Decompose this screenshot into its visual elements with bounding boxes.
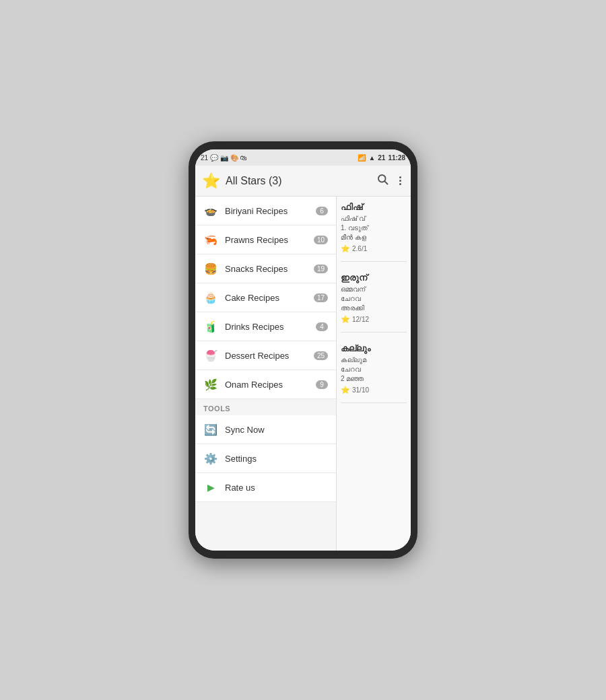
play-icon: ▶ bbox=[203, 480, 218, 495]
bag-icon: 🛍 bbox=[240, 154, 247, 162]
settings-label: Settings bbox=[225, 454, 328, 464]
irun-title: ഇരുന് bbox=[341, 273, 407, 283]
right-panel: ഫിഷ് ഫിഷ് വ് 1. വടുത് മീൻ കള ⭐ 2.6/1 ഇരു… bbox=[337, 197, 411, 551]
wifi-icon: 📶 bbox=[358, 154, 366, 162]
irun-sub1: ഒമ്മവന് bbox=[341, 285, 407, 294]
irun-sub2: ചേറവ bbox=[341, 294, 407, 304]
prawns-icon: 🦐 bbox=[203, 232, 218, 247]
tools-section-header: TOOLS bbox=[195, 399, 336, 415]
drinks-label: Drinks Recipes bbox=[225, 322, 309, 332]
status-right-icons: 📶 ▲ 21 11:28 bbox=[358, 154, 405, 162]
app-bar: ⭐ All Stars (3) bbox=[195, 166, 411, 197]
menu-item-onam[interactable]: 🌿 Onam Recipes 9 bbox=[195, 370, 336, 399]
rate-label: Rate us bbox=[225, 483, 328, 493]
menu-panel: 🍲 Biriyani Recipes 6 🦐 Prawns Recipes 10… bbox=[195, 197, 337, 551]
prawns-badge: 10 bbox=[314, 236, 328, 244]
snacks-label: Snacks Recipes bbox=[225, 264, 307, 274]
phone-screen: 21 💬 📷 🎨 🛍 📶 ▲ 21 11:28 ⭐ All Stars (3) bbox=[195, 149, 411, 551]
irun-sub3: അരക്കി bbox=[341, 304, 407, 313]
biriyani-label: Biriyani Recipes bbox=[225, 206, 309, 216]
onam-badge: 9 bbox=[316, 380, 328, 389]
menu-item-dessert[interactable]: 🍧 Dessert Recipes 25 bbox=[195, 341, 336, 370]
all-stars-icon: ⭐ bbox=[202, 172, 220, 190]
status-bar: 21 💬 📷 🎨 🛍 📶 ▲ 21 11:28 bbox=[195, 149, 411, 166]
cake-icon: 🧁 bbox=[203, 290, 218, 305]
fish-star-icon: ⭐ bbox=[341, 244, 350, 253]
signal-icon: ▲ bbox=[368, 154, 375, 162]
kallu-title: കല്ലും bbox=[341, 343, 407, 354]
drinks-icon: 🧃 bbox=[203, 319, 218, 334]
phone-device: 21 💬 📷 🎨 🛍 📶 ▲ 21 11:28 ⭐ All Stars (3) bbox=[189, 141, 417, 559]
kallu-rating-text: 31/10 bbox=[352, 386, 369, 394]
menu-item-rate[interactable]: ▶ Rate us bbox=[195, 473, 336, 502]
sync-icon: 🔄 bbox=[203, 422, 218, 437]
biriyani-badge: 6 bbox=[316, 207, 328, 215]
kallu-rating: ⭐ 31/10 bbox=[341, 386, 407, 394]
kallu-sub2: ചേറവ bbox=[341, 365, 407, 374]
kallu-star-icon: ⭐ bbox=[341, 386, 350, 394]
fish-rating-text: 2.6/1 bbox=[352, 245, 367, 252]
onam-label: Onam Recipes bbox=[225, 380, 309, 390]
irun-rating: ⭐ 12/12 bbox=[341, 315, 407, 324]
biriyani-icon: 🍲 bbox=[203, 203, 218, 218]
recipe-preview-fish[interactable]: ഫിഷ് ഫിഷ് വ് 1. വടുത് മീൻ കള ⭐ 2.6/1 bbox=[341, 202, 407, 262]
notification-icon: 21 bbox=[201, 154, 208, 162]
dessert-badge: 25 bbox=[314, 351, 328, 360]
app-bar-title: All Stars (3) bbox=[226, 175, 368, 187]
fish-sub2: 1. വടുത് bbox=[341, 223, 407, 233]
menu-item-cake[interactable]: 🧁 Cake Recipes 17 bbox=[195, 283, 336, 312]
irun-rating-text: 12/12 bbox=[352, 316, 369, 323]
fish-sub3: മീൻ കള bbox=[341, 233, 407, 242]
svg-line-1 bbox=[384, 181, 387, 184]
kallu-sub1: കല്ലുമ bbox=[341, 355, 407, 365]
recipe-preview-irun[interactable]: ഇരുന് ഒമ്മവന് ചേറവ അരക്കി ⭐ 12/12 bbox=[341, 273, 407, 332]
settings-icon: ⚙️ bbox=[203, 451, 218, 466]
onam-icon: 🌿 bbox=[203, 377, 218, 392]
drinks-badge: 4 bbox=[316, 322, 328, 331]
menu-item-prawns[interactable]: 🦐 Prawns Recipes 10 bbox=[195, 225, 336, 254]
cake-label: Cake Recipes bbox=[225, 293, 307, 303]
kallu-sub3: 2 മഞ്ഞ bbox=[341, 374, 407, 384]
time-display: 11:28 bbox=[388, 154, 405, 162]
status-left-icons: 21 💬 📷 🎨 🛍 bbox=[201, 154, 247, 162]
cake-badge: 17 bbox=[314, 293, 328, 302]
menu-item-snacks[interactable]: 🍔 Snacks Recipes 19 bbox=[195, 254, 336, 283]
battery-icon: 21 bbox=[378, 154, 385, 162]
whatsapp-icon: 💬 bbox=[210, 154, 218, 162]
content-area: 🍲 Biriyani Recipes 6 🦐 Prawns Recipes 10… bbox=[195, 197, 411, 551]
snacks-icon: 🍔 bbox=[203, 261, 218, 276]
menu-item-settings[interactable]: ⚙️ Settings bbox=[195, 444, 336, 473]
more-options-button[interactable] bbox=[397, 174, 404, 188]
dessert-icon: 🍧 bbox=[203, 348, 218, 363]
irun-star-icon: ⭐ bbox=[341, 315, 350, 324]
menu-item-drinks[interactable]: 🧃 Drinks Recipes 4 bbox=[195, 312, 336, 341]
menu-item-biriyani[interactable]: 🍲 Biriyani Recipes 6 bbox=[195, 197, 336, 225]
menu-item-sync[interactable]: 🔄 Sync Now bbox=[195, 415, 336, 444]
recipe-preview-kallu[interactable]: കല്ലും കല്ലുമ ചേറവ 2 മഞ്ഞ ⭐ 31/10 bbox=[341, 343, 407, 403]
camera-icon: 📷 bbox=[220, 154, 228, 162]
snacks-badge: 19 bbox=[314, 265, 328, 273]
prawns-label: Prawns Recipes bbox=[225, 235, 307, 245]
search-button[interactable] bbox=[374, 170, 391, 191]
fish-rating: ⭐ 2.6/1 bbox=[341, 244, 407, 253]
fish-title: ഫിഷ് bbox=[341, 202, 407, 213]
sync-label: Sync Now bbox=[225, 425, 328, 435]
dessert-label: Dessert Recipes bbox=[225, 351, 307, 361]
fish-sub1: ഫിഷ് വ് bbox=[341, 214, 407, 223]
art-icon: 🎨 bbox=[230, 154, 238, 162]
